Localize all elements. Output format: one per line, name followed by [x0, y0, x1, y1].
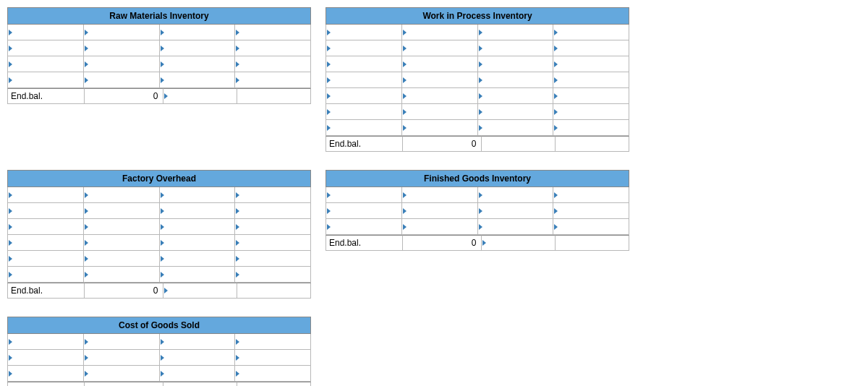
debit-amt[interactable]	[402, 88, 478, 104]
credit-amt[interactable]	[553, 88, 629, 104]
credit-desc[interactable]	[478, 88, 554, 104]
credit-amt[interactable]	[235, 267, 311, 283]
credit-amt[interactable]	[235, 235, 311, 251]
credit-amt[interactable]	[553, 219, 629, 235]
credit-amt[interactable]	[553, 56, 629, 72]
credit-desc[interactable]	[163, 283, 237, 299]
endbal-value: 0	[403, 136, 481, 152]
debit-desc[interactable]	[326, 25, 402, 40]
debit-amt[interactable]	[84, 219, 160, 235]
debit-amt[interactable]	[84, 40, 160, 56]
debit-desc[interactable]	[326, 88, 402, 104]
debit-amt[interactable]	[84, 56, 160, 72]
debit-desc[interactable]	[7, 350, 84, 366]
credit-amt[interactable]	[553, 120, 629, 136]
debit-amt[interactable]	[84, 72, 160, 88]
debit-desc[interactable]	[7, 203, 84, 219]
credit-desc[interactable]	[163, 88, 237, 104]
debit-amt[interactable]	[84, 25, 160, 40]
credit-amt[interactable]	[235, 187, 311, 203]
debit-desc[interactable]	[326, 72, 402, 88]
debit-desc[interactable]	[7, 25, 84, 40]
credit-amt[interactable]	[235, 203, 311, 219]
debit-desc[interactable]	[7, 334, 84, 350]
debit-amt[interactable]	[84, 251, 160, 267]
debit-desc[interactable]	[326, 56, 402, 72]
credit-desc[interactable]	[160, 334, 236, 350]
debit-desc[interactable]	[7, 267, 84, 283]
debit-desc[interactable]	[7, 56, 84, 72]
credit-amt[interactable]	[235, 25, 311, 40]
credit-desc[interactable]	[478, 40, 554, 56]
credit-desc[interactable]	[478, 56, 554, 72]
credit-amt[interactable]	[235, 350, 311, 366]
credit-desc[interactable]	[478, 219, 554, 235]
credit-amt[interactable]	[235, 219, 311, 235]
account-finished-goods-inventory: Finished Goods Inventory End.bal. 0	[326, 170, 629, 299]
credit-desc[interactable]	[160, 366, 236, 382]
debit-desc[interactable]	[326, 219, 402, 235]
credit-amt[interactable]	[235, 251, 311, 267]
debit-amt[interactable]	[84, 235, 160, 251]
debit-amt[interactable]	[402, 120, 478, 136]
credit-amt[interactable]	[235, 366, 311, 382]
credit-desc[interactable]	[160, 235, 236, 251]
debit-amt[interactable]	[84, 350, 160, 366]
debit-amt[interactable]	[402, 104, 478, 120]
credit-desc[interactable]	[478, 25, 554, 40]
credit-amt[interactable]	[235, 56, 311, 72]
debit-amt[interactable]	[84, 366, 160, 382]
debit-amt[interactable]	[402, 25, 478, 40]
credit-desc[interactable]	[160, 251, 236, 267]
credit-amt[interactable]	[553, 104, 629, 120]
credit-desc[interactable]	[160, 72, 236, 88]
debit-amt[interactable]	[402, 72, 478, 88]
credit-amt	[237, 283, 311, 299]
credit-desc[interactable]	[478, 104, 554, 120]
debit-amt[interactable]	[402, 40, 478, 56]
debit-amt[interactable]	[402, 187, 478, 203]
debit-desc[interactable]	[326, 104, 402, 120]
endbal-label: End.bal.	[7, 88, 85, 104]
debit-desc[interactable]	[7, 187, 84, 203]
debit-amt[interactable]	[84, 203, 160, 219]
credit-desc[interactable]	[478, 187, 554, 203]
credit-amt[interactable]	[553, 40, 629, 56]
credit-desc[interactable]	[482, 235, 556, 251]
credit-amt[interactable]	[235, 334, 311, 350]
credit-desc[interactable]	[160, 350, 236, 366]
credit-desc[interactable]	[160, 25, 236, 40]
debit-desc[interactable]	[326, 120, 402, 136]
debit-desc[interactable]	[7, 366, 84, 382]
credit-desc[interactable]	[160, 203, 236, 219]
credit-desc[interactable]	[160, 187, 236, 203]
credit-desc[interactable]	[163, 382, 237, 386]
debit-desc[interactable]	[7, 235, 84, 251]
debit-amt[interactable]	[402, 56, 478, 72]
credit-desc[interactable]	[478, 72, 554, 88]
debit-desc[interactable]	[326, 40, 402, 56]
credit-desc[interactable]	[160, 56, 236, 72]
debit-amt[interactable]	[402, 203, 478, 219]
credit-desc[interactable]	[478, 120, 554, 136]
debit-amt[interactable]	[402, 219, 478, 235]
credit-desc[interactable]	[160, 219, 236, 235]
debit-amt[interactable]	[84, 187, 160, 203]
credit-amt[interactable]	[553, 72, 629, 88]
credit-amt[interactable]	[553, 187, 629, 203]
credit-desc[interactable]	[160, 40, 236, 56]
credit-desc[interactable]	[160, 267, 236, 283]
debit-amt[interactable]	[84, 267, 160, 283]
debit-amt[interactable]	[84, 334, 160, 350]
credit-desc[interactable]	[478, 203, 554, 219]
credit-amt[interactable]	[235, 40, 311, 56]
credit-amt[interactable]	[235, 72, 311, 88]
credit-amt[interactable]	[553, 25, 629, 40]
debit-desc[interactable]	[7, 251, 84, 267]
debit-desc[interactable]	[7, 72, 84, 88]
debit-desc[interactable]	[7, 40, 84, 56]
debit-desc[interactable]	[326, 203, 402, 219]
debit-desc[interactable]	[326, 187, 402, 203]
debit-desc[interactable]	[7, 219, 84, 235]
credit-amt[interactable]	[553, 203, 629, 219]
